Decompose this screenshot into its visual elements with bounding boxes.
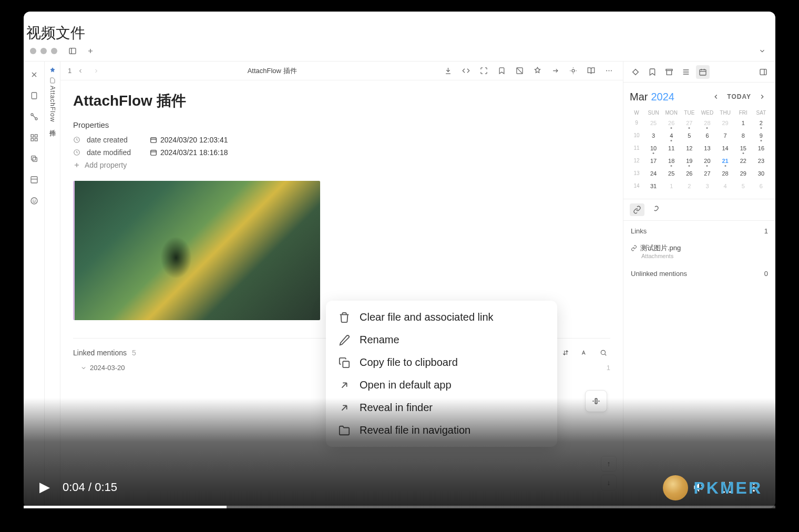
property-row-created[interactable]: date created 2024/03/20 12:03:41 [73,136,610,144]
calendar-day[interactable]: 3 [646,130,661,141]
calendar-day[interactable]: 14 [718,143,733,154]
calendar-day[interactable]: 19 [681,156,697,166]
prev-month-icon[interactable] [709,90,723,104]
calendar-day[interactable]: 22 [735,156,751,166]
calendar-day[interactable]: 29 [735,168,751,179]
calendar-day[interactable]: 11 [663,143,679,154]
calendar-day[interactable]: 28 [699,118,715,128]
today-button[interactable]: TODAY [727,93,751,100]
calendar-day[interactable]: 8 [735,130,751,141]
week-number[interactable]: 13 [630,168,643,179]
new-tab-icon[interactable] [84,44,97,58]
link-item[interactable]: 测试图片.png Attachments [631,240,768,262]
calendar-day[interactable]: 25 [646,118,661,128]
week-number[interactable]: 11 [630,143,643,154]
calendar-day[interactable]: 2 [753,118,769,128]
arrow-right-icon[interactable] [548,64,562,78]
calendar-day[interactable]: 27 [681,118,697,128]
image-off-icon[interactable] [513,64,526,78]
calendar-day[interactable]: 4 [663,130,679,141]
forward-icon[interactable] [89,64,103,78]
bookmark-tab-icon[interactable] [646,65,659,79]
copy-icon[interactable] [27,152,41,166]
document-title[interactable]: AttachFlow 插件 [107,66,437,76]
calendar-day[interactable]: 4 [718,181,733,191]
week-number[interactable]: 9 [630,118,643,128]
backlinks-icon[interactable] [630,203,644,216]
book-icon[interactable] [584,64,598,78]
grid-icon[interactable] [27,131,41,145]
menu-item[interactable]: Clear file and associated link [326,306,557,329]
calendar-day[interactable]: 6 [753,181,769,191]
calendar-day[interactable]: 20 [699,156,715,166]
calendar-day[interactable]: 5 [681,130,697,141]
menu-item[interactable]: Rename [326,329,557,351]
unlinked-heading[interactable]: Unlinked mentions [631,270,687,278]
tag-icon[interactable] [629,65,642,79]
calendar-day[interactable]: 9 [753,130,769,141]
calendar-day[interactable]: 28 [718,168,733,179]
calendar-day[interactable]: 10 [646,143,661,154]
back-icon[interactable] [74,64,87,78]
next-month-icon[interactable] [755,90,769,104]
chevron-down-icon[interactable] [755,44,769,58]
calendar-day[interactable]: 25 [663,168,679,179]
calendar-day[interactable]: 13 [699,143,715,154]
more-icon[interactable] [602,64,616,78]
play-button[interactable]: ▶ [39,479,50,495]
layout-icon[interactable] [27,173,41,187]
pin-outline-icon[interactable] [530,64,544,78]
emoji-icon[interactable] [27,194,41,208]
calendar-day[interactable]: 27 [699,168,715,179]
calendar-tab-icon[interactable] [696,65,710,79]
calendar-day[interactable]: 12 [681,143,697,154]
property-row-modified[interactable]: date modified 2024/03/21 18:16:18 [73,148,610,157]
sidebar-toggle-icon[interactable] [66,44,79,58]
calendar-day[interactable]: 1 [663,181,679,191]
calendar-day[interactable]: 31 [646,181,661,191]
panel-toggle-icon[interactable] [756,65,770,79]
outline-icon[interactable] [679,65,693,79]
embedded-image[interactable] [73,181,320,320]
file-icon[interactable] [27,89,41,103]
bookmark-icon[interactable] [495,64,508,78]
calendar-day[interactable]: 21 [718,156,733,166]
sort-icon[interactable] [559,346,572,360]
calendar-day[interactable]: 3 [699,181,715,191]
menu-item[interactable]: Copy file to clipboard [326,351,557,374]
expand-icon[interactable] [477,64,490,78]
archive-icon[interactable] [662,65,676,79]
calendar-day[interactable]: 6 [699,130,715,141]
week-number[interactable]: 14 [630,181,643,191]
text-size-icon[interactable] [578,346,591,360]
calendar-day[interactable]: 2 [681,181,697,191]
calendar-day[interactable]: 5 [735,181,751,191]
calendar-day[interactable]: 18 [663,156,679,166]
code-icon[interactable] [459,64,473,78]
calendar-day[interactable]: 23 [753,156,769,166]
search-icon[interactable] [597,346,610,360]
add-property-button[interactable]: Add property [73,161,610,169]
calendar-day[interactable]: 26 [681,168,697,179]
traffic-lights[interactable] [30,48,57,54]
week-number[interactable]: 10 [630,130,643,141]
calendar-day[interactable]: 15 [735,143,751,154]
download-icon[interactable] [441,64,455,78]
calendar-day[interactable]: 7 [718,130,733,141]
menu-item[interactable]: Open in default app [326,374,557,396]
linked-mentions-label[interactable]: Linked mentions [73,349,127,357]
calendar-day[interactable]: 17 [646,156,661,166]
calendar-day[interactable]: 29 [718,118,733,128]
note-title[interactable]: AttachFlow 插件 [73,91,610,111]
outgoing-links-icon[interactable] [648,203,662,216]
week-number[interactable]: 12 [630,156,643,166]
video-progress[interactable] [24,506,775,508]
calendar-day[interactable]: 24 [646,168,661,179]
calendar-day[interactable]: 16 [753,143,769,154]
close-icon[interactable] [27,68,41,81]
graph-icon[interactable] [27,110,41,124]
calendar-day[interactable]: 1 [735,118,751,128]
calendar-day[interactable]: 30 [753,168,769,179]
calendar-day[interactable]: 26 [663,118,679,128]
sun-icon[interactable] [566,64,580,78]
